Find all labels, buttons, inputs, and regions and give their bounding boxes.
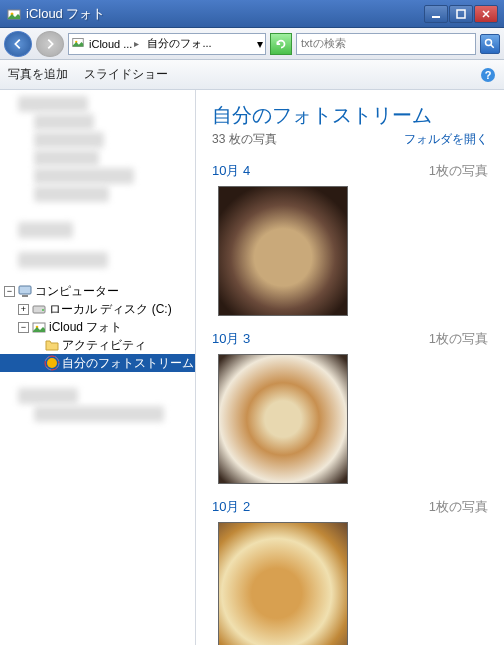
nav-bar: iCloud ...▸ 自分のフォ... ▾ txtの検索	[0, 28, 504, 60]
back-button[interactable]	[4, 31, 32, 57]
close-button[interactable]	[474, 5, 498, 23]
svg-rect-9	[19, 286, 31, 294]
disk-icon	[31, 301, 47, 317]
minimize-button[interactable]	[424, 5, 448, 23]
photo-count: 33 枚の写真	[212, 131, 277, 148]
group-count: 1枚の写真	[429, 330, 488, 348]
forward-button[interactable]	[36, 31, 64, 57]
tree-local-disk[interactable]: + ローカル ディスク (C:)	[0, 300, 195, 318]
svg-rect-3	[457, 10, 465, 18]
search-input[interactable]: txtの検索	[296, 33, 476, 55]
open-folder-link[interactable]: フォルダを開く	[404, 131, 488, 148]
group-count: 1枚の写真	[429, 162, 488, 180]
page-title: 自分のフォトストリーム	[212, 102, 488, 129]
group-date[interactable]: 10月 2	[212, 498, 250, 516]
folder-icon	[44, 337, 60, 353]
breadcrumb-2[interactable]: 自分のフォ...	[143, 34, 215, 54]
photo-thumbnail[interactable]	[218, 522, 348, 645]
group-date[interactable]: 10月 4	[212, 162, 250, 180]
address-bar[interactable]: iCloud ...▸ 自分のフォ... ▾	[68, 33, 266, 55]
breadcrumb-1[interactable]: iCloud ...▸	[85, 34, 143, 54]
sidebar: − コンピューター + ローカル ディスク (C:) − iCloud フォト …	[0, 90, 196, 645]
content-area: 自分のフォトストリーム 33 枚の写真 フォルダを開く 10月 4 1枚の写真 …	[196, 90, 504, 645]
photostream-icon	[44, 355, 60, 371]
svg-rect-2	[432, 16, 440, 18]
date-group: 10月 4 1枚の写真	[212, 162, 488, 316]
photo-icon	[71, 35, 85, 52]
collapse-icon[interactable]: −	[18, 322, 29, 333]
tree-activity[interactable]: アクティビティ	[0, 336, 195, 354]
photo-icon	[31, 319, 47, 335]
slideshow-button[interactable]: スライドショー	[84, 66, 168, 83]
toolbar: 写真を追加 スライドショー ?	[0, 60, 504, 90]
search-icon[interactable]	[480, 34, 500, 54]
app-icon	[6, 6, 22, 22]
group-date[interactable]: 10月 3	[212, 330, 250, 348]
svg-rect-10	[22, 295, 28, 297]
photo-thumbnail[interactable]	[218, 354, 348, 484]
tree-my-photostream[interactable]: 自分のフォトストリーム	[0, 354, 195, 372]
window-title: iCloud フォト	[26, 5, 424, 23]
tree-computer[interactable]: − コンピューター	[0, 282, 195, 300]
add-photo-button[interactable]: 写真を追加	[8, 66, 68, 83]
title-bar: iCloud フォト	[0, 0, 504, 28]
svg-text:?: ?	[485, 69, 492, 81]
tree-icloud-photo[interactable]: − iCloud フォト	[0, 318, 195, 336]
svg-point-15	[47, 358, 57, 368]
collapse-icon[interactable]: −	[4, 286, 15, 297]
computer-icon	[17, 283, 33, 299]
photo-thumbnail[interactable]	[218, 186, 348, 316]
svg-point-12	[42, 309, 44, 311]
expand-icon[interactable]: +	[18, 304, 29, 315]
chevron-down-icon[interactable]: ▾	[257, 37, 263, 51]
help-icon[interactable]: ?	[480, 67, 496, 83]
group-count: 1枚の写真	[429, 498, 488, 516]
refresh-button[interactable]	[270, 33, 292, 55]
date-group: 10月 2 1枚の写真	[212, 498, 488, 645]
svg-point-6	[486, 39, 492, 45]
maximize-button[interactable]	[449, 5, 473, 23]
date-group: 10月 3 1枚の写真	[212, 330, 488, 484]
